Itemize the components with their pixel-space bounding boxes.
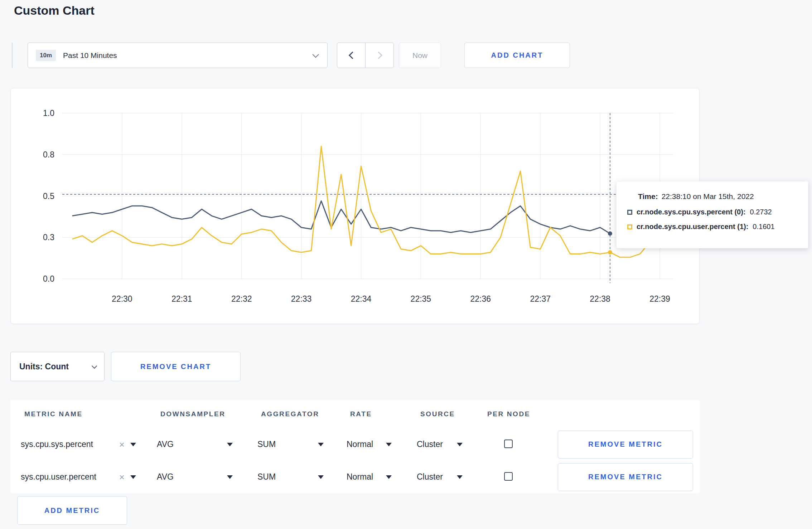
add-metric-button[interactable]: ADD METRIC	[17, 496, 127, 525]
x-tick-label: 22:36	[470, 294, 491, 304]
remove-metric-button[interactable]: REMOVE METRIC	[558, 431, 693, 458]
aggregator-value: SUM	[257, 472, 276, 482]
next-time-button[interactable]	[365, 43, 394, 68]
column-header-metric-name: METRIC NAME	[24, 410, 160, 418]
column-header-per-node: PER NODE	[487, 410, 558, 418]
add-chart-button[interactable]: ADD CHART	[464, 43, 570, 68]
series-line-sys	[72, 201, 610, 233]
tooltip-series-value: 0.2732	[750, 208, 772, 216]
downsampler-value: AVG	[157, 440, 174, 449]
highlight-dot-sys	[608, 232, 612, 236]
y-tick-label: 0.8	[43, 150, 54, 159]
caret-down-icon	[386, 475, 392, 479]
column-header-source: SOURCE	[420, 410, 487, 418]
page-title: Custom Chart	[14, 4, 95, 18]
x-tick-label: 22:31	[171, 294, 192, 304]
tooltip-series-value: 0.1601	[753, 223, 774, 231]
now-button[interactable]: Now	[399, 43, 441, 68]
caret-down-icon	[130, 443, 136, 446]
y-tick-label: 1.0	[43, 108, 54, 118]
caret-down-icon	[457, 475, 463, 479]
chevron-down-icon	[312, 51, 319, 58]
source-value: Cluster	[417, 472, 443, 482]
clear-metric-icon[interactable]: ×	[119, 440, 125, 449]
rate-value: Normal	[347, 440, 373, 449]
rate-select[interactable]: Normal	[347, 472, 392, 482]
caret-down-icon	[318, 443, 324, 446]
prev-time-button[interactable]	[337, 43, 366, 68]
remove-chart-button[interactable]: REMOVE CHART	[111, 352, 241, 381]
metric-name-select[interactable]: sys.cpu.sys.percent ×	[21, 440, 136, 449]
aggregator-select[interactable]: SUM	[257, 440, 324, 449]
caret-down-icon	[318, 475, 324, 479]
source-value: Cluster	[417, 440, 443, 449]
chevron-down-icon	[92, 363, 97, 369]
column-header-aggregator: AGGREGATOR	[261, 410, 350, 418]
caret-down-icon	[227, 443, 233, 446]
column-header-downsampler: DOWNSAMPLER	[160, 410, 261, 418]
downsampler-value: AVG	[157, 472, 174, 482]
metric-row: sys.cpu.sys.percent × AVG SUM Normal Clu…	[10, 428, 700, 461]
x-tick-label: 22:39	[649, 294, 670, 304]
x-tick-label: 22:37	[530, 294, 551, 304]
toolbar-separator	[12, 43, 13, 68]
downsampler-select[interactable]: AVG	[157, 472, 233, 482]
y-tick-label: 0.5	[43, 191, 54, 201]
tooltip-time-label: Time:	[638, 192, 658, 200]
chart-canvas[interactable]: 1.00.80.50.30.022:3022:3122:3222:3322:34…	[11, 88, 700, 324]
caret-down-icon	[457, 443, 463, 446]
remove-metric-button[interactable]: REMOVE METRIC	[558, 463, 693, 491]
series-swatch-icon	[627, 224, 632, 229]
y-tick-label: 0.3	[43, 233, 54, 242]
metric-name-select[interactable]: sys.cpu.user.percent ×	[21, 472, 136, 482]
aggregator-select[interactable]: SUM	[257, 472, 324, 482]
x-tick-label: 22:30	[112, 294, 132, 304]
x-tick-label: 22:32	[231, 294, 252, 304]
tooltip-time: Time:22:38:10 on Mar 15th, 2022	[638, 192, 797, 201]
clear-metric-icon[interactable]: ×	[119, 472, 125, 482]
tooltip-series-row: cr.node.sys.cpu.sys.percent (0): 0.2732	[627, 208, 797, 216]
per-node-checkbox[interactable]	[504, 472, 513, 481]
chart-panel: 1.00.80.50.30.022:3022:3122:3222:3322:34…	[10, 88, 700, 324]
tooltip-series-row: cr.node.sys.cpu.user.percent (1): 0.1601	[627, 223, 797, 231]
column-header-rate: RATE	[350, 410, 420, 418]
source-select[interactable]: Cluster	[417, 440, 463, 449]
tooltip-time-value: 22:38:10 on Mar 15th, 2022	[662, 192, 754, 200]
aggregator-value: SUM	[257, 440, 276, 449]
chevron-right-icon	[374, 52, 382, 59]
time-range-select[interactable]: 10m Past 10 Minutes	[28, 43, 328, 68]
units-label: Units: Count	[19, 362, 69, 372]
tooltip-series-name: cr.node.sys.cpu.user.percent (1):	[637, 223, 748, 231]
series-line-user	[72, 146, 670, 257]
chart-tooltip: Time:22:38:10 on Mar 15th, 2022 cr.node.…	[616, 181, 808, 248]
metric-name-value: sys.cpu.user.percent	[21, 472, 96, 482]
metric-row: sys.cpu.user.percent × AVG SUM Normal Cl…	[10, 461, 700, 493]
caret-down-icon	[130, 475, 136, 479]
time-pager	[337, 43, 394, 68]
x-tick-label: 22:34	[351, 294, 372, 304]
x-tick-label: 22:35	[411, 294, 431, 304]
highlight-dot-user	[608, 250, 612, 254]
time-range-badge: 10m	[36, 50, 56, 61]
tooltip-series-name: cr.node.sys.cpu.sys.percent (0):	[637, 208, 746, 216]
x-tick-label: 22:38	[590, 294, 610, 304]
per-node-checkbox[interactable]	[504, 440, 513, 448]
metrics-table: METRIC NAME DOWNSAMPLER AGGREGATOR RATE …	[10, 400, 700, 493]
rate-value: Normal	[347, 472, 373, 482]
downsampler-select[interactable]: AVG	[157, 440, 233, 449]
caret-down-icon	[386, 443, 392, 446]
y-tick-label: 0.0	[43, 274, 54, 283]
chevron-left-icon	[348, 52, 356, 59]
time-range-label: Past 10 Minutes	[63, 51, 117, 60]
rate-select[interactable]: Normal	[347, 440, 392, 449]
metric-name-value: sys.cpu.sys.percent	[21, 440, 93, 449]
units-select[interactable]: Units: Count	[10, 352, 105, 381]
series-swatch-icon	[627, 210, 632, 215]
caret-down-icon	[227, 475, 233, 479]
metrics-table-header: METRIC NAME DOWNSAMPLER AGGREGATOR RATE …	[10, 400, 700, 428]
x-tick-label: 22:33	[291, 294, 312, 304]
source-select[interactable]: Cluster	[417, 472, 463, 482]
